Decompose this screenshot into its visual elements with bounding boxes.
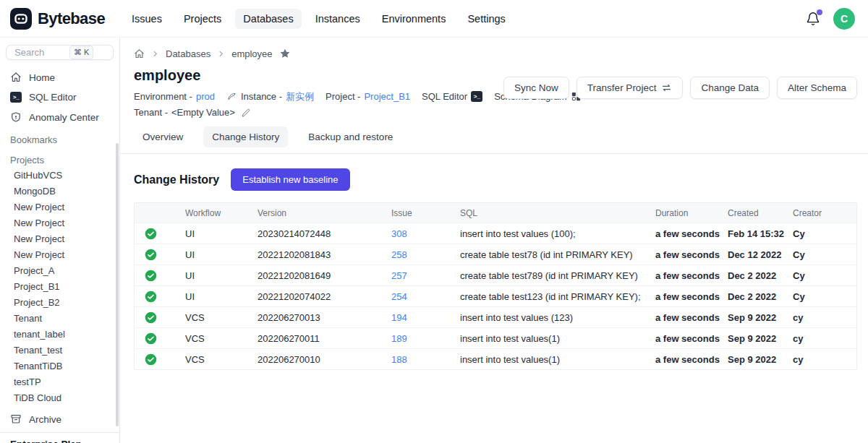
creator-cell: cy: [793, 333, 856, 344]
sidebar-project-tenant[interactable]: Tenant: [0, 311, 119, 327]
table-row[interactable]: UI20221202081649257create table test789 …: [135, 264, 856, 285]
bookmark-star-icon[interactable]: [279, 48, 291, 59]
sidebar-project-new-project[interactable]: New Project: [0, 199, 119, 215]
section-title: Change History: [134, 173, 219, 186]
tab-change-history[interactable]: Change History: [203, 126, 288, 147]
issue-link[interactable]: 189: [391, 333, 407, 344]
check-circle-icon: [145, 249, 157, 261]
top-nav-environments[interactable]: Environments: [374, 9, 454, 29]
duration-cell: a few seconds: [655, 291, 728, 302]
table-header: WorkflowVersionIssueSQLDurationCreatedCr…: [135, 203, 856, 223]
sidebar-project-project-a[interactable]: Project_A: [0, 263, 119, 279]
sidebar-item-label: Home: [29, 72, 55, 83]
breadcrumb-employee[interactable]: employee: [231, 48, 272, 59]
issue-link[interactable]: 308: [391, 228, 407, 239]
sidebar-item-label: Anomaly Center: [29, 112, 99, 123]
top-bar: Bytebase IssuesProjectsDatabasesInstance…: [0, 0, 868, 38]
sidebar-project-githubvcs[interactable]: GitHubVCS: [0, 168, 119, 184]
sync-now-button[interactable]: Sync Now: [503, 77, 569, 99]
chevron-right-icon: [217, 50, 225, 58]
change-data-button[interactable]: Change Data: [690, 77, 770, 99]
issue-link[interactable]: 257: [391, 270, 407, 281]
edit-pencil-icon[interactable]: [241, 108, 251, 118]
table-row[interactable]: VCS202206270010188insert into test value…: [135, 348, 856, 369]
sidebar-project-new-project[interactable]: New Project: [0, 231, 119, 247]
created-cell: Sep 9 2022: [728, 312, 793, 323]
creator-cell: Cy: [793, 249, 856, 260]
table-body: UI20230214072448308insert into test valu…: [135, 223, 856, 369]
top-nav-databases[interactable]: Databases: [235, 9, 301, 29]
sidebar-item-home[interactable]: Home: [0, 67, 119, 87]
table-row[interactable]: UI20221202081843258create table test78 (…: [135, 244, 856, 264]
workflow-cell: UI: [185, 249, 258, 260]
sidebar-project-tidb-cloud[interactable]: TiDB Cloud: [0, 390, 119, 406]
created-cell: Dec 2 2022: [728, 270, 793, 281]
workflow-cell: UI: [185, 270, 258, 281]
top-nav: IssuesProjectsDatabasesInstancesEnvironm…: [124, 9, 514, 29]
issue-link[interactable]: 188: [391, 354, 407, 365]
top-right: C: [806, 8, 855, 30]
user-avatar[interactable]: C: [833, 8, 855, 30]
creator-cell: Cy: [793, 228, 856, 239]
alter-schema-button[interactable]: Alter Schema: [777, 77, 857, 99]
breadcrumb-databases[interactable]: Databases: [166, 48, 210, 59]
home-icon[interactable]: [134, 48, 145, 59]
search-box[interactable]: ⌘ K: [6, 45, 114, 60]
duration-cell: a few seconds: [655, 333, 728, 344]
archive-label: Archive: [29, 414, 61, 425]
sidebar-project-tenanttidb[interactable]: TenantTiDB: [0, 358, 119, 374]
establish-baseline-button[interactable]: Establish new baseline: [231, 168, 349, 191]
sidebar-scrollbar[interactable]: [116, 143, 119, 426]
issue-cell: 258: [391, 249, 460, 260]
sidebar-project-mongodb[interactable]: MongoDB: [0, 184, 119, 199]
sidebar-project-new-project[interactable]: New Project: [0, 215, 119, 231]
version-cell: 20221202081843: [258, 249, 391, 260]
sidebar-item-archive[interactable]: Archive: [0, 409, 119, 429]
section-head: Change History Establish new baseline: [134, 168, 857, 191]
tab-overview[interactable]: Overview: [134, 126, 192, 147]
top-nav-issues[interactable]: Issues: [124, 9, 170, 29]
workflow-cell: VCS: [185, 312, 258, 323]
sql-cell: create table test78 (id int PRIMARY KEY): [460, 249, 655, 260]
sidebar-item-anomaly-center[interactable]: Anomaly Center: [0, 107, 119, 127]
environment-label: Environment -: [134, 90, 192, 103]
column-header-issue: Issue: [391, 208, 460, 218]
top-nav-settings[interactable]: Settings: [459, 9, 513, 29]
sidebar-item-sql-editor[interactable]: >_SQL Editor: [0, 87, 119, 107]
brand[interactable]: Bytebase: [10, 8, 105, 30]
sidebar-project-project-b2[interactable]: Project_B2: [0, 295, 119, 311]
issue-cell: 254: [391, 291, 460, 302]
shield-icon: [10, 111, 22, 123]
sidebar-section-projects: Projects: [0, 147, 119, 168]
sidebar-project-tenant-label[interactable]: tenant_label: [0, 327, 119, 343]
sidebar-project-project-b1[interactable]: Project_B1: [0, 279, 119, 295]
top-nav-instances[interactable]: Instances: [307, 9, 368, 29]
issue-link[interactable]: 194: [391, 312, 407, 323]
sidebar-project-testtp[interactable]: testTP: [0, 374, 119, 390]
table-row[interactable]: UI20230214072448308insert into test valu…: [135, 223, 856, 244]
transfer-project-button[interactable]: Transfer Project: [576, 77, 684, 99]
table-row[interactable]: UI20221202074022254create table test123 …: [135, 285, 856, 306]
terminal-icon: >_: [471, 91, 482, 102]
issue-link[interactable]: 258: [391, 249, 407, 260]
sidebar-item-label: SQL Editor: [29, 92, 77, 103]
project-link[interactable]: Project_B1: [364, 90, 410, 103]
environment-link[interactable]: prod: [196, 90, 215, 103]
issue-link[interactable]: 254: [391, 291, 407, 302]
notification-bell-icon[interactable]: [806, 12, 820, 26]
sidebar-project-tenant-test[interactable]: Tenant_test: [0, 343, 119, 358]
search-input[interactable]: [13, 46, 69, 59]
table-row[interactable]: VCS202206270011189insert into test value…: [135, 327, 856, 348]
table-row[interactable]: VCS202206270013194insert into test value…: [135, 306, 856, 327]
sql-editor-shortcut[interactable]: SQL Editor >_: [422, 90, 482, 103]
sidebar-project-new-project[interactable]: New Project: [0, 247, 119, 263]
chevron-right-icon: [151, 50, 159, 58]
instance-link[interactable]: 新实例: [286, 90, 314, 103]
created-cell: Sep 9 2022: [728, 333, 793, 344]
top-nav-projects[interactable]: Projects: [176, 9, 229, 29]
creator-cell: cy: [793, 312, 856, 323]
tab-backup-and-restore[interactable]: Backup and restore: [299, 126, 401, 147]
created-cell: Dec 2 2022: [728, 291, 793, 302]
search-shortcut-badge: ⌘ K: [69, 46, 93, 59]
workflow-cell: UI: [185, 291, 258, 302]
